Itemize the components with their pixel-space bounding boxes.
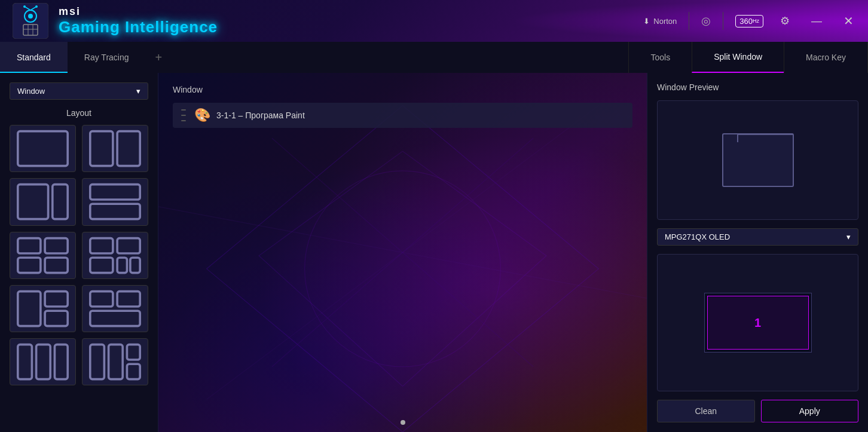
tab-spacer (172, 42, 628, 73)
window-preview-box (657, 100, 858, 220)
svg-rect-39 (127, 364, 140, 379)
svg-point-2 (28, 14, 33, 19)
svg-rect-33 (18, 345, 32, 379)
norton-button[interactable]: ⬇ Norton (643, 17, 677, 26)
norton-label: Norton (653, 17, 677, 26)
logo-msi: msi (59, 5, 218, 18)
svg-marker-40 (207, 106, 599, 432)
svg-rect-27 (18, 291, 41, 326)
svg-rect-14 (18, 185, 48, 219)
chevron-down-icon: ▾ (846, 232, 851, 241)
layout-single[interactable] (10, 125, 76, 172)
eye-icon-area: ◎ (701, 14, 711, 27)
main-content: Window ▾ Layout (0, 73, 868, 432)
tab-ray-tracing[interactable]: Ray Tracing (68, 42, 146, 73)
logo-area: msi Gaming Intelligence (10, 0, 218, 42)
svg-rect-35 (54, 345, 68, 379)
svg-rect-12 (90, 131, 113, 166)
monitor-inner: 1 (704, 293, 812, 353)
svg-rect-15 (53, 185, 68, 219)
hz-unit: Hz (753, 18, 759, 24)
svg-rect-23 (117, 238, 140, 253)
window-section-label: Window (173, 85, 632, 94)
svg-line-43 (272, 138, 533, 366)
window-list-item[interactable]: 🎨 3-1-1 – Програма Paint (173, 103, 632, 128)
svg-rect-11 (18, 131, 68, 166)
settings-button[interactable]: ⚙ (775, 12, 794, 30)
svg-rect-13 (117, 131, 140, 166)
svg-rect-31 (117, 291, 140, 306)
layout-label: Layout (10, 108, 148, 118)
svg-rect-0 (13, 3, 48, 39)
chevron-down-icon: ▾ (136, 87, 140, 96)
layout-three-col-right-split[interactable] (82, 338, 148, 385)
title-bar-right: ⬇ Norton ◎ 360Hz ⚙ — ✕ (643, 11, 858, 30)
app-logo-icon (10, 0, 51, 42)
logo-gaming: Gaming Intelligence (59, 18, 218, 36)
logo-text: msi Gaming Intelligence (59, 5, 218, 36)
layout-two-col[interactable] (82, 125, 148, 172)
hz-number: 360 (739, 17, 753, 26)
svg-rect-34 (36, 345, 51, 379)
svg-rect-38 (127, 345, 140, 360)
drag-handle (181, 109, 186, 121)
svg-rect-16 (90, 185, 140, 200)
svg-line-42 (272, 138, 533, 366)
monitor-select-row: MPG271QX OLED ▾ (657, 228, 858, 246)
layout-left-tall[interactable] (10, 285, 76, 332)
tab-bar: Standard Ray Tracing + Tools Split Windo… (0, 42, 868, 73)
download-icon: ⬇ (643, 17, 650, 26)
svg-rect-21 (45, 258, 68, 272)
layout-three-col[interactable] (10, 338, 76, 385)
scroll-indicator (401, 420, 405, 425)
tab-macro-key[interactable]: Macro Key (784, 42, 868, 73)
close-button[interactable]: ✕ (839, 11, 858, 30)
layout-two-row[interactable] (82, 178, 148, 225)
svg-rect-28 (45, 291, 68, 306)
svg-rect-18 (18, 238, 41, 253)
svg-rect-25 (117, 258, 127, 272)
monitor-name: MPG271QX OLED (665, 232, 730, 241)
center-area: Window 🎨 3-1-1 – Програма Paint (158, 73, 647, 432)
svg-rect-29 (45, 311, 68, 326)
monitor-zone: 1 (707, 296, 809, 350)
divider (689, 12, 689, 30)
tab-right-group: Tools Split Window Macro Key (628, 42, 868, 73)
preview-window-mockup (722, 133, 794, 187)
svg-line-45 (158, 204, 647, 302)
svg-rect-32 (90, 311, 140, 326)
tab-tools[interactable]: Tools (628, 42, 692, 73)
monitor-layout-preview: 1 (657, 254, 858, 391)
svg-point-6 (35, 5, 38, 8)
svg-marker-41 (259, 151, 546, 386)
layout-four-equal[interactable] (10, 232, 76, 279)
preview-label: Window Preview (657, 82, 858, 92)
tab-standard[interactable]: Standard (0, 42, 68, 73)
left-sidebar: Window ▾ Layout (0, 73, 158, 432)
minimize-button[interactable]: — (806, 13, 827, 30)
svg-rect-36 (90, 345, 105, 379)
svg-rect-17 (90, 204, 140, 219)
tab-add-button[interactable]: + (146, 42, 172, 73)
svg-line-46 (207, 106, 599, 400)
paint-icon: 🎨 (194, 108, 210, 123)
apply-button[interactable]: Apply (761, 400, 859, 422)
divider2 (723, 12, 723, 30)
svg-rect-19 (45, 238, 68, 253)
layout-three-right[interactable] (82, 232, 148, 279)
svg-rect-20 (18, 258, 41, 272)
layout-grid (10, 125, 148, 385)
monitor-dropdown[interactable]: MPG271QX OLED ▾ (657, 228, 858, 246)
clean-button[interactable]: Clean (657, 400, 755, 422)
layout-left-wide[interactable] (10, 178, 76, 225)
window-item-name: 3-1-1 – Програма Paint (216, 111, 305, 120)
hz-badge: 360Hz (735, 15, 763, 27)
right-panel: Window Preview MPG271QX OLED ▾ 1 Clean A… (647, 73, 868, 432)
svg-rect-26 (130, 258, 140, 272)
tab-split-window[interactable]: Split Window (692, 42, 784, 73)
svg-point-5 (23, 5, 26, 8)
svg-rect-30 (90, 291, 113, 306)
layout-bottom-wide[interactable] (82, 285, 148, 332)
window-dropdown[interactable]: Window ▾ (10, 82, 148, 100)
svg-rect-37 (109, 345, 123, 379)
